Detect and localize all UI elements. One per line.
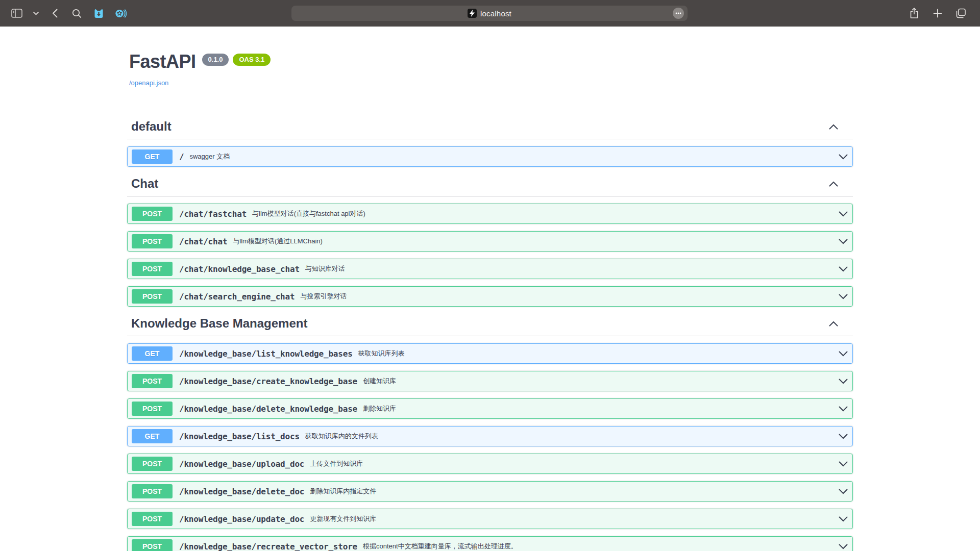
- method-badge: POST: [132, 484, 173, 498]
- operation-row[interactable]: POST /knowledge_base/update_doc 更新现有文件到知…: [127, 509, 853, 529]
- chevron-down-icon[interactable]: [839, 379, 848, 384]
- operation-row[interactable]: POST /knowledge_base/recreate_vector_sto…: [127, 536, 853, 551]
- endpoint-path: /: [179, 152, 184, 162]
- method-badge: POST: [132, 374, 173, 388]
- page-title: FastAPI: [129, 51, 196, 72]
- endpoint-path: /knowledge_base/delete_doc: [179, 487, 304, 496]
- endpoint-path: /chat/chat: [179, 237, 227, 246]
- bookmark-extension-icon[interactable]: [92, 7, 105, 20]
- section-title: Chat: [131, 176, 158, 191]
- chevron-up-icon[interactable]: [829, 181, 838, 187]
- endpoint-path: /knowledge_base/delete_knowledge_base: [179, 404, 357, 414]
- section-knowledge-base: Knowledge Base Management GET /knowledge…: [127, 311, 853, 551]
- section-title: default: [131, 119, 172, 134]
- chevron-down-icon[interactable]: [839, 294, 848, 299]
- operation-row[interactable]: POST /chat/knowledge_base_chat 与知识库对话: [127, 259, 853, 279]
- broadcast-extension-icon[interactable]: [114, 7, 127, 20]
- endpoint-description: 删除知识库内指定文件: [310, 487, 376, 496]
- chevron-down-icon[interactable]: [839, 406, 848, 412]
- operation-row[interactable]: GET /knowledge_base/list_docs 获取知识库内的文件列…: [127, 426, 853, 446]
- operation-row[interactable]: POST /chat/search_engine_chat 与搜索引擎对话: [127, 286, 853, 307]
- section-title: Knowledge Base Management: [131, 316, 307, 331]
- method-badge: POST: [132, 234, 173, 248]
- operation-row[interactable]: POST /knowledge_base/delete_knowledge_ba…: [127, 398, 853, 419]
- endpoint-description: 更新现有文件到知识库: [310, 514, 376, 523]
- chevron-down-icon[interactable]: [839, 489, 848, 494]
- chevron-up-icon[interactable]: [829, 124, 838, 130]
- endpoint-description: 与知识库对话: [305, 264, 345, 273]
- method-badge: POST: [132, 207, 173, 221]
- chevron-down-icon[interactable]: [839, 351, 848, 357]
- endpoint-description: swagger 文档: [189, 152, 230, 161]
- address-bar[interactable]: localhost: [291, 6, 688, 21]
- endpoint-description: 上传文件到知识库: [310, 459, 363, 468]
- endpoint-path: /knowledge_base/recreate_vector_store: [179, 542, 357, 551]
- method-badge: POST: [132, 512, 173, 526]
- chevron-down-icon[interactable]: [839, 544, 848, 549]
- browser-toolbar: localhost: [0, 0, 980, 27]
- operation-row[interactable]: POST /knowledge_base/delete_doc 删除知识库内指定…: [127, 481, 853, 502]
- section-header-knowledge-base[interactable]: Knowledge Base Management: [127, 311, 853, 336]
- endpoint-path: /chat/knowledge_base_chat: [179, 264, 300, 274]
- back-icon[interactable]: [48, 7, 61, 20]
- site-favicon: [468, 9, 477, 18]
- endpoint-path: /knowledge_base/list_docs: [179, 432, 300, 441]
- method-badge: GET: [132, 346, 173, 361]
- section-header-chat[interactable]: Chat: [127, 171, 853, 196]
- version-badge: 0.1.0: [202, 54, 229, 66]
- section-chat: Chat POST /chat/fastchat 与llm模型对话(直接与fas…: [127, 171, 853, 307]
- sidebar-icon[interactable]: [10, 7, 23, 20]
- oas-badge: OAS 3.1: [233, 54, 271, 66]
- method-badge: POST: [132, 539, 173, 551]
- tab-overview-icon[interactable]: [954, 7, 968, 20]
- endpoint-description: 与llm模型对话(直接与fastchat api对话): [252, 209, 365, 218]
- operation-row[interactable]: GET / swagger 文档: [127, 146, 853, 167]
- new-tab-icon[interactable]: [931, 7, 944, 20]
- swagger-page: FastAPI 0.1.0 OAS 3.1 /openapi.json defa…: [0, 27, 980, 551]
- endpoint-description: 获取知识库列表: [358, 349, 405, 358]
- chevron-down-icon[interactable]: [32, 7, 39, 20]
- method-badge: POST: [132, 402, 173, 416]
- chevron-down-icon[interactable]: [839, 266, 848, 272]
- endpoint-description: 与llm模型对话(通过LLMChain): [233, 237, 323, 246]
- operation-row[interactable]: POST /chat/chat 与llm模型对话(通过LLMChain): [127, 231, 853, 252]
- method-badge: GET: [132, 429, 173, 443]
- endpoint-path: /knowledge_base/upload_doc: [179, 459, 304, 469]
- api-info: FastAPI 0.1.0 OAS 3.1 /openapi.json: [127, 51, 853, 87]
- endpoint-path: /knowledge_base/list_knowledge_bases: [179, 349, 353, 359]
- method-badge: GET: [132, 149, 173, 164]
- method-badge: POST: [132, 262, 173, 276]
- operation-row[interactable]: GET /knowledge_base/list_knowledge_bases…: [127, 343, 853, 364]
- operation-row[interactable]: POST /knowledge_base/create_knowledge_ba…: [127, 371, 853, 391]
- endpoint-path: /knowledge_base/update_doc: [179, 514, 304, 524]
- share-icon[interactable]: [908, 7, 921, 20]
- address-url: localhost: [480, 9, 511, 18]
- search-icon[interactable]: [70, 7, 83, 20]
- section-default: default GET / swagger 文档: [127, 114, 853, 167]
- endpoint-description: 根据content中文档重建向量库，流式输出处理进度。: [363, 542, 518, 551]
- method-badge: POST: [132, 457, 173, 471]
- endpoint-path: /chat/search_engine_chat: [179, 292, 295, 302]
- endpoint-description: 与搜索引擎对话: [300, 292, 347, 301]
- chevron-down-icon[interactable]: [839, 434, 848, 439]
- operation-row[interactable]: POST /knowledge_base/upload_doc 上传文件到知识库: [127, 454, 853, 474]
- endpoint-description: 创建知识库: [363, 377, 396, 386]
- endpoint-description: 删除知识库: [363, 404, 396, 413]
- operation-row[interactable]: POST /chat/fastchat 与llm模型对话(直接与fastchat…: [127, 204, 853, 224]
- chevron-down-icon[interactable]: [839, 461, 848, 467]
- chevron-down-icon[interactable]: [839, 239, 848, 244]
- section-header-default[interactable]: default: [127, 114, 853, 139]
- more-options-icon[interactable]: [673, 8, 684, 19]
- method-badge: POST: [132, 289, 173, 304]
- endpoint-description: 获取知识库内的文件列表: [305, 432, 378, 441]
- chevron-down-icon[interactable]: [839, 154, 848, 160]
- openapi-spec-link[interactable]: /openapi.json: [129, 79, 168, 87]
- chevron-up-icon[interactable]: [829, 321, 838, 327]
- endpoint-path: /knowledge_base/create_knowledge_base: [179, 377, 357, 386]
- chevron-down-icon[interactable]: [839, 516, 848, 522]
- endpoint-path: /chat/fastchat: [179, 209, 247, 219]
- chevron-down-icon[interactable]: [839, 211, 848, 217]
